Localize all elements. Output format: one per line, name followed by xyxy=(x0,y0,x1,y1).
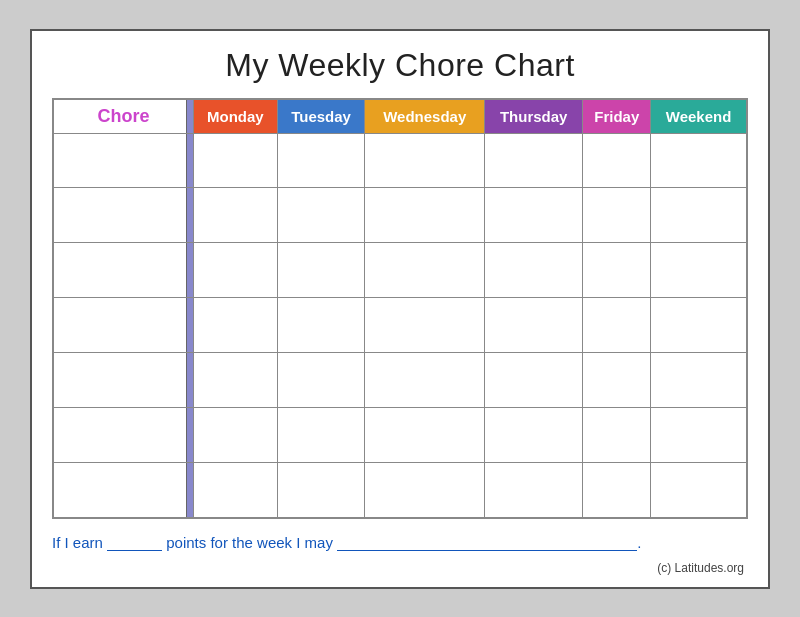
chore-cell xyxy=(54,407,194,462)
wednesday-header: Wednesday xyxy=(365,99,485,133)
day-cell xyxy=(365,352,485,407)
day-cell xyxy=(651,298,747,353)
chart-wrapper: Chore Monday Tuesday Wednesday Thursday … xyxy=(52,98,748,519)
table-row xyxy=(54,298,747,353)
chore-cell xyxy=(54,462,194,517)
chore-cell xyxy=(54,298,194,353)
footer-text: If I earn points for the week I may . xyxy=(52,529,748,551)
day-cell xyxy=(365,188,485,243)
day-cell xyxy=(277,298,365,353)
tuesday-header: Tuesday xyxy=(277,99,365,133)
day-cell xyxy=(194,188,278,243)
day-cell xyxy=(484,243,582,298)
day-cell xyxy=(651,133,747,188)
chore-cell xyxy=(54,188,194,243)
day-cell xyxy=(365,462,485,517)
day-cell xyxy=(583,243,651,298)
day-cell xyxy=(194,133,278,188)
day-cell xyxy=(365,407,485,462)
day-cell xyxy=(583,407,651,462)
day-cell xyxy=(484,188,582,243)
friday-header: Friday xyxy=(583,99,651,133)
day-cell xyxy=(365,298,485,353)
weekend-header: Weekend xyxy=(651,99,747,133)
day-cell xyxy=(583,352,651,407)
monday-header: Monday xyxy=(194,99,278,133)
chore-cell xyxy=(54,243,194,298)
day-cell xyxy=(484,352,582,407)
footer-blank-reward xyxy=(337,533,637,551)
day-cell xyxy=(484,298,582,353)
day-cell xyxy=(365,243,485,298)
day-cell xyxy=(651,243,747,298)
table-row xyxy=(54,407,747,462)
chore-chart-table: Chore Monday Tuesday Wednesday Thursday … xyxy=(53,99,747,518)
day-cell xyxy=(194,407,278,462)
thursday-header: Thursday xyxy=(484,99,582,133)
page: My Weekly Chore Chart Chore Monday Tuesd… xyxy=(30,29,770,589)
day-cell xyxy=(484,133,582,188)
day-cell xyxy=(277,243,365,298)
table-row xyxy=(54,352,747,407)
table-row xyxy=(54,243,747,298)
day-cell xyxy=(484,407,582,462)
day-cell xyxy=(651,407,747,462)
chore-cell xyxy=(54,133,194,188)
day-cell xyxy=(277,462,365,517)
table-row xyxy=(54,133,747,188)
day-cell xyxy=(651,462,747,517)
day-cell xyxy=(651,188,747,243)
day-cell xyxy=(583,462,651,517)
chore-cell xyxy=(54,352,194,407)
day-cell xyxy=(583,133,651,188)
day-cell xyxy=(651,352,747,407)
day-cell xyxy=(277,133,365,188)
day-cell xyxy=(365,133,485,188)
day-cell xyxy=(194,243,278,298)
copyright: (c) Latitudes.org xyxy=(52,561,748,575)
table-row xyxy=(54,188,747,243)
day-cell xyxy=(484,462,582,517)
day-cell xyxy=(583,188,651,243)
day-cell xyxy=(277,407,365,462)
table-row xyxy=(54,462,747,517)
day-cell xyxy=(194,462,278,517)
page-title: My Weekly Chore Chart xyxy=(52,47,748,84)
day-cell xyxy=(277,188,365,243)
footer-blank-points xyxy=(107,533,162,551)
day-cell xyxy=(194,298,278,353)
day-cell xyxy=(194,352,278,407)
day-cell xyxy=(277,352,365,407)
day-cell xyxy=(583,298,651,353)
chore-header: Chore xyxy=(54,99,194,133)
